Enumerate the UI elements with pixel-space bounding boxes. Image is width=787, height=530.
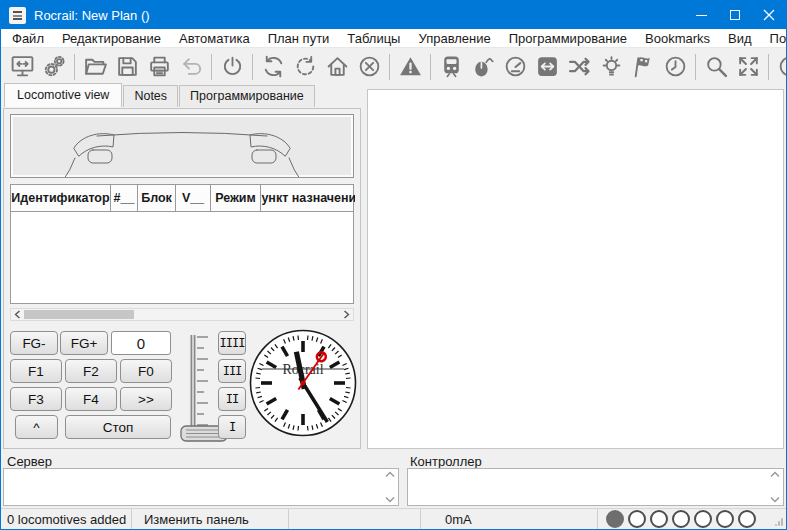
resize-grip[interactable] — [774, 517, 784, 527]
menu-item-help[interactable]: Помощь — [761, 30, 787, 47]
speedometer-icon — [503, 54, 528, 79]
controller-log-scroll[interactable] — [769, 471, 781, 503]
scroll-right-icon[interactable] — [340, 309, 353, 320]
routes-button[interactable] — [532, 51, 562, 82]
speed-step-button-1[interactable]: I — [218, 415, 246, 439]
clock-button[interactable] — [660, 51, 690, 82]
minimize-button[interactable] — [684, 1, 718, 29]
tab-notes[interactable]: Notes — [123, 85, 178, 107]
fg-plus-button[interactable]: FG+ — [60, 331, 108, 355]
info-button[interactable] — [774, 51, 786, 82]
function-button-F4[interactable]: F4 — [65, 387, 117, 411]
column-header[interactable]: Идентификатор — [11, 185, 111, 211]
scroll-down-icon[interactable] — [385, 496, 395, 503]
save-button[interactable] — [112, 51, 142, 82]
power-indicator-3 — [672, 510, 690, 528]
scrollbar-thumb[interactable] — [24, 310, 134, 319]
server-log-scroll[interactable] — [384, 471, 396, 503]
column-header[interactable]: Блок — [138, 185, 176, 211]
refresh-button[interactable] — [258, 51, 288, 82]
train-button[interactable] — [436, 51, 466, 82]
status-indicators — [598, 509, 786, 529]
shuffle-icon — [567, 54, 592, 79]
settings-icon — [42, 54, 67, 79]
workspace-icon — [10, 54, 35, 79]
settings-button[interactable] — [39, 51, 69, 82]
warning-button[interactable] — [395, 51, 425, 82]
print-button[interactable] — [144, 51, 174, 82]
menu-item-view[interactable]: Вид — [719, 30, 761, 47]
tab-locomotive-view[interactable]: Locomotive view — [4, 83, 122, 107]
function-button-fwdfwd[interactable]: >> — [120, 387, 172, 411]
scroll-up-icon[interactable] — [385, 471, 395, 478]
speed-step-button-3[interactable]: III — [218, 359, 246, 383]
maximize-button[interactable] — [718, 1, 752, 29]
title-bar: Rocrail: New Plan () — [1, 1, 786, 29]
menu-item-automatic[interactable]: Автоматика — [170, 30, 259, 47]
mouse-button[interactable] — [468, 51, 498, 82]
scroll-up-icon[interactable] — [770, 471, 780, 478]
tab-programming[interactable]: Программирование — [179, 85, 315, 107]
locomotive-panel: Идентификатор#__БлокV__РежимПункт назнач… — [3, 108, 361, 449]
column-header[interactable]: Режим — [211, 185, 261, 211]
lamp-button[interactable] — [596, 51, 626, 82]
zoom-button[interactable] — [701, 51, 731, 82]
speed-step-button-2[interactable]: II — [218, 387, 246, 411]
cancel-icon — [357, 54, 382, 79]
column-header[interactable]: Пункт назначения — [261, 185, 355, 211]
function-button-F3[interactable]: F3 — [10, 387, 62, 411]
fg-minus-button[interactable]: FG- — [10, 331, 58, 355]
function-button-F0[interactable]: F0 — [120, 359, 172, 383]
flag-button[interactable] — [628, 51, 658, 82]
menu-item-track-plan[interactable]: План пути — [259, 30, 339, 47]
horizontal-scrollbar[interactable] — [10, 308, 354, 321]
cancel-button[interactable] — [354, 51, 384, 82]
scroll-down-icon[interactable] — [770, 496, 780, 503]
toolbar-separator — [695, 54, 696, 80]
toolbar — [1, 48, 786, 85]
lamp-icon — [599, 54, 624, 79]
zoom-icon — [704, 54, 729, 79]
locomotive-preview — [10, 114, 354, 178]
flag-icon — [631, 54, 656, 79]
menu-item-bookmarks[interactable]: Bookmarks — [636, 30, 719, 47]
shuffle-button[interactable] — [564, 51, 594, 82]
speed-step-button-4[interactable]: IIII — [218, 331, 246, 355]
scroll-left-icon[interactable] — [11, 309, 24, 320]
column-header[interactable]: V__ — [176, 185, 211, 211]
fullscreen-button[interactable] — [733, 51, 763, 82]
menu-item-file[interactable]: Файл — [3, 30, 53, 47]
column-header[interactable]: #__ — [111, 185, 138, 211]
function-button-F2[interactable]: F2 — [65, 359, 117, 383]
menu-item-programming[interactable]: Программирование — [500, 30, 636, 47]
window-title: Rocrail: New Plan () — [34, 8, 684, 23]
server-log[interactable] — [3, 468, 399, 506]
menu-item-edit[interactable]: Редактирование — [53, 30, 170, 47]
locomotive-table-body[interactable] — [10, 212, 354, 304]
server-log-label: Сервер — [7, 454, 52, 469]
status-locomotives: 0 locomotives added — [1, 509, 132, 529]
stop-button[interactable]: Стоп — [65, 415, 171, 439]
home-button[interactable] — [322, 51, 352, 82]
locomotive-table-header: Идентификатор#__БлокV__РежимПункт назнач… — [10, 184, 354, 212]
speedometer-button[interactable] — [500, 51, 530, 82]
reset-button[interactable] — [290, 51, 320, 82]
controller-log-label: Контроллер — [410, 454, 482, 469]
menu-item-control[interactable]: Управление — [409, 30, 499, 47]
reset-icon — [293, 54, 318, 79]
power-button[interactable] — [217, 51, 247, 82]
undo-button[interactable] — [176, 51, 206, 82]
controller-log[interactable] — [407, 468, 784, 506]
power-indicator-5 — [716, 510, 734, 528]
function-button-F1[interactable]: F1 — [10, 359, 62, 383]
plan-canvas[interactable] — [367, 89, 784, 449]
train-icon — [439, 54, 464, 79]
open-button[interactable] — [80, 51, 110, 82]
close-button[interactable] — [752, 1, 786, 29]
speed-value-field[interactable]: 0 — [111, 331, 171, 355]
scrollbar-track[interactable] — [24, 309, 340, 320]
workspace-button[interactable] — [7, 51, 37, 82]
direction-button[interactable]: ^ — [15, 415, 58, 439]
menu-item-tables[interactable]: Таблицы — [338, 30, 409, 47]
toolbar-separator — [430, 54, 431, 80]
